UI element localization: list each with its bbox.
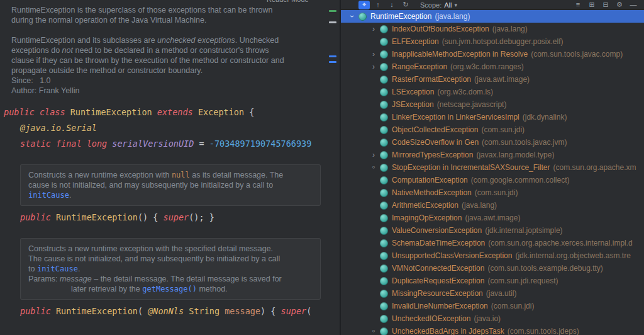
javadoc-link[interactable]: initCause: [37, 264, 78, 273]
keyword-token: extends: [157, 107, 198, 117]
package-name: (com.sun.jdi.request): [487, 276, 558, 285]
chevron-down-icon[interactable]: ›: [348, 11, 356, 21]
tree-row[interactable]: NativeMethodException(com.sun.jdi): [341, 186, 644, 199]
doc-line: Since: 1.0: [0, 76, 327, 86]
package-name: (com.sun.tools.javac.jvm): [482, 138, 567, 147]
doc-line: later retrieval by the getMessage() meth…: [28, 284, 313, 294]
class-icon: [380, 302, 388, 310]
scrollbar-mark: [329, 55, 336, 57]
tree-row[interactable]: UnsupportedClassVersionException(jdk.int…: [341, 249, 644, 262]
doc-line: clause if they can be thrown by the exec…: [0, 55, 327, 65]
tree-row[interactable]: JSException(netscape.javascript): [341, 98, 644, 111]
tree-row[interactable]: CodeSizeOverflow in Gen(com.sun.tools.ja…: [341, 136, 644, 149]
code-editor[interactable]: Reader Mode RuntimeException is the supe…: [0, 0, 340, 335]
doc-text: Author: Frank Yellin: [11, 86, 79, 95]
code-section: public RuntimeException() { super(); }: [0, 210, 327, 225]
chevron-right-icon[interactable]: ›: [369, 151, 379, 159]
doc-line: cause is not initialized, and may subseq…: [28, 180, 313, 190]
doc-text-italic: not: [62, 46, 73, 55]
class-name: IndexOutOfBoundsException: [392, 25, 489, 33]
annotation-token: @java.io.Serial: [20, 123, 97, 133]
keyword-token: public: [20, 306, 56, 316]
expand-all-icon[interactable]: ⊞: [586, 1, 597, 9]
class-name: JSException: [392, 100, 434, 109]
tree-row[interactable]: ComputationException(com.google.common.c…: [341, 174, 644, 186]
tree-row[interactable]: ›IndexOutOfBoundsException(java.lang): [341, 23, 644, 35]
tree-row[interactable]: ELFException(sun.jvm.hotspot.debugger.po…: [341, 35, 644, 48]
class-icon: [380, 113, 388, 122]
tree-row[interactable]: VMNotConnectedException(com.sun.tools.ex…: [341, 262, 644, 275]
tree-row[interactable]: LSException(org.w3c.dom.ls): [341, 86, 644, 98]
hide-panel-icon[interactable]: —: [628, 1, 639, 9]
doc-line: The cause is not initialized, and may su…: [28, 254, 313, 264]
keyword-token: super: [281, 306, 307, 316]
code-line: public class RuntimeException extends Ex…: [0, 105, 327, 120]
class-name: CodeSizeOverflow in Gen: [392, 138, 479, 147]
tree-row[interactable]: ○StopException in IncrementalSAXSource_F…: [341, 161, 644, 174]
editor-content[interactable]: RuntimeException is the superclass of th…: [0, 1, 327, 319]
class-icon: [380, 126, 388, 134]
code-token: ) {: [260, 306, 281, 316]
class-name-token: RuntimeException: [56, 306, 138, 316]
class-name: RasterFormatException: [392, 75, 471, 84]
javadoc-link[interactable]: getMessage(): [142, 285, 197, 293]
refresh-icon[interactable]: ↻: [400, 1, 411, 9]
package-name: (java.util): [486, 289, 517, 298]
subtypes-hierarchy-icon[interactable]: ↓: [386, 1, 397, 9]
class-name: UncheckedIOException: [392, 314, 470, 323]
chevron-right-icon[interactable]: ›: [369, 63, 379, 71]
tree-row[interactable]: ImagingOpException(java.awt.image): [341, 212, 644, 224]
doc-text: propagate outside the method or construc…: [11, 66, 203, 75]
tree-row[interactable]: ›MirroredTypesException(javax.lang.model…: [341, 149, 644, 161]
package-name: (com.sun.jdi): [481, 125, 525, 134]
class-icon: [380, 151, 388, 159]
tree-row[interactable]: SchemaDateTimeException(com.sun.org.apac…: [341, 237, 644, 249]
tree-row[interactable]: ObjectCollectedException(com.sun.jdi): [341, 123, 644, 136]
tree-row[interactable]: ValueConversionException(jdk.internal.jo…: [341, 224, 644, 237]
doc-text: exceptions do: [11, 46, 62, 55]
class-name: InvalidLineNumberException: [392, 302, 488, 310]
tree-row-selected[interactable]: ›RuntimeException(java.lang): [341, 10, 644, 23]
hierarchy-toolbar: ⌖↑↓↻ Scope: All ▾ ≡⊞⊟⚙—: [341, 0, 644, 10]
scope-selector[interactable]: Scope: All ▾: [420, 1, 457, 9]
doc-text: The cause is not initialized, and may su…: [28, 254, 280, 263]
supertypes-hierarchy-icon[interactable]: ↑: [372, 1, 384, 9]
keyword-token: public: [20, 212, 56, 222]
tree-row[interactable]: UncheckedIOException(java.io): [341, 312, 644, 325]
javadoc-link[interactable]: initCause: [28, 191, 69, 200]
chevron-right-icon[interactable]: ›: [369, 50, 379, 58]
tree-row[interactable]: MissingResourceException(java.util): [341, 287, 644, 300]
doc-text-italic: message: [60, 275, 92, 283]
chevron-right-icon[interactable]: ›: [369, 25, 379, 33]
class-name: ComputationException: [392, 176, 468, 185]
settings-icon[interactable]: ⚙: [614, 1, 625, 9]
doc-text: .: [69, 191, 71, 200]
code-section: public RuntimeException( @NonNls String …: [0, 304, 327, 319]
doc-line: propagate outside the method or construc…: [0, 65, 327, 76]
class-name: MirroredTypesException: [392, 150, 473, 159]
tree-row[interactable]: InvalidLineNumberException(com.sun.jdi): [341, 300, 644, 312]
class-icon: [358, 13, 367, 21]
tree-row[interactable]: ○UncheckedBadArgs in JdepsTask(com.sun.t…: [341, 325, 644, 335]
sort-alphabetically-icon[interactable]: ≡: [572, 1, 584, 9]
tree-row[interactable]: ›RangeException(org.w3c.dom.ranges): [341, 60, 644, 73]
tree-row[interactable]: DuplicateRequestException(com.sun.jdi.re…: [341, 275, 644, 287]
class-name: SchemaDateTimeException: [392, 239, 485, 247]
collapse-all-icon[interactable]: ⊟: [600, 1, 611, 9]
doc-line: Constructs a new runtime exception with …: [28, 244, 313, 254]
editor-scrollbar[interactable]: [327, 0, 340, 335]
package-name: (java.lang): [462, 201, 497, 210]
tree-row[interactable]: ›InapplicableMethodException in Resolve(…: [341, 48, 644, 60]
package-name: (com.sun.tools.javac.comp): [531, 50, 623, 59]
class-name: ELFException: [392, 37, 439, 46]
tree-row[interactable]: ArithmeticException(java.lang): [341, 199, 644, 212]
code-token: (); }: [189, 212, 214, 222]
doc-text: Constructs a new runtime exception with: [28, 171, 172, 179]
class-icon: [380, 315, 388, 323]
tree-row[interactable]: RasterFormatException(java.awt.image): [341, 73, 644, 86]
class-hierarchy-icon[interactable]: ⌖: [358, 1, 370, 9]
code-section: public class RuntimeException extends Ex…: [0, 105, 327, 152]
doc-line: Constructs a new runtime exception with …: [28, 170, 313, 180]
tree-row[interactable]: LinkerException in LinkerServicesImpl(jd…: [341, 111, 644, 123]
doc-text: .: [78, 264, 80, 273]
